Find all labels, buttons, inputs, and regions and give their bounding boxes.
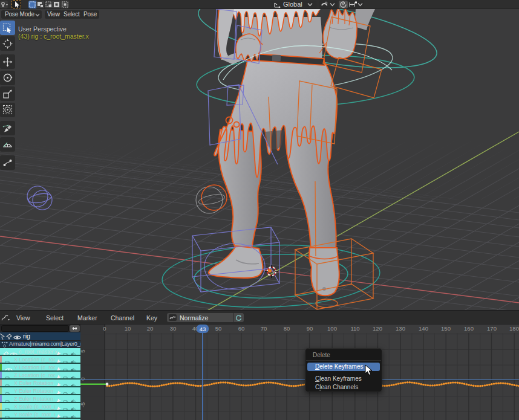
svg-text:140: 140 (419, 325, 428, 332)
svg-text:-5: -5 (80, 402, 86, 407)
svg-text:170: 170 (487, 325, 497, 332)
svg-text:90: 90 (307, 325, 313, 332)
svg-text:30: 30 (170, 325, 177, 332)
svg-text:120: 120 (373, 325, 382, 332)
svg-text:100: 100 (327, 325, 337, 332)
svg-text:130: 130 (396, 325, 405, 332)
svg-text:70: 70 (261, 325, 267, 332)
svg-text:43: 43 (200, 326, 206, 332)
svg-text:180: 180 (509, 325, 519, 332)
svg-text:60: 60 (238, 325, 245, 332)
svg-text:20: 20 (147, 325, 154, 332)
svg-text:0: 0 (103, 325, 106, 332)
svg-text:160: 160 (464, 325, 474, 332)
svg-text:80: 80 (284, 325, 290, 332)
svg-text:50: 50 (215, 325, 222, 332)
svg-text:150: 150 (441, 325, 451, 332)
svg-text:110: 110 (350, 325, 359, 332)
svg-text:0: 0 (80, 377, 86, 380)
svg-text:10: 10 (125, 325, 131, 332)
svg-text:5: 5 (80, 349, 86, 352)
